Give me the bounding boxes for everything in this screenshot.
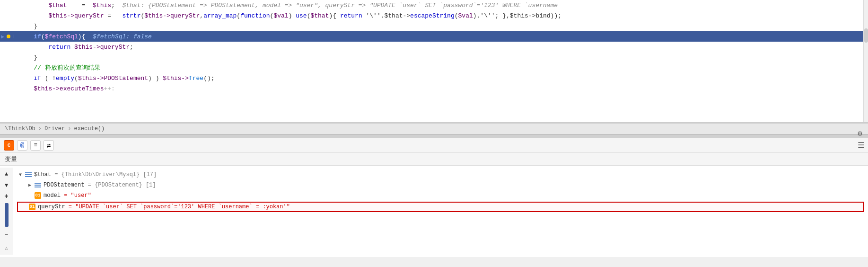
string-icon-inner-model: 01 <box>35 192 41 199</box>
code-line-8: if ( !empty($this->PDOStatement) ) $this… <box>0 73 868 83</box>
breadcrumb-sep-2: › <box>68 125 71 132</box>
list-icon-pdo <box>34 182 42 188</box>
string-icon-querystr: 01 <box>28 204 36 210</box>
variables-panel: 变量 ▲ ▼ + − △ ▼ <box>0 153 868 257</box>
code-line-6: } <box>0 52 868 62</box>
toolbar-btn-list[interactable]: ≡ <box>30 140 41 151</box>
string-icon-model: 01 <box>34 192 42 199</box>
breadcrumb-bar: \Think\Db › Driver › execute() <box>0 123 868 134</box>
panel-content: ▲ ▼ + − △ ▼ $that <box>0 166 868 257</box>
separator-bar <box>0 134 868 138</box>
editor-scrollbar-thumb <box>864 28 868 43</box>
hamburger-menu-icon[interactable]: ☰ <box>858 141 864 150</box>
code-line-1: $that = $this; $that: {PDOStatement => P… <box>0 0 868 10</box>
tree-val-that: = {Think\Db\Driver\Mysql} <box>51 171 140 178</box>
code-editor: $that = $this; $that: {PDOStatement => P… <box>0 0 868 123</box>
editor-scrollbar[interactable] <box>863 0 868 122</box>
tree-val-pdo: = {PDOStatement} <box>84 182 142 188</box>
variables-panel-header: 变量 <box>0 153 868 166</box>
code-line-4: ▶ if($fetchSql){ $fetchSql: false <box>0 31 868 42</box>
debug-toolbar: C @ ≡ ⇌ ☰ <box>0 138 868 153</box>
selected-indicator <box>5 203 9 226</box>
scroll-up-btn[interactable]: ▲ <box>2 169 11 179</box>
tree-item-pdostatement: ▶ PDOStatement = {PDOStatement} [1] <box>17 180 864 190</box>
list-icon-that <box>25 171 32 178</box>
tree-area: ▼ $that = {Think\Db\Driver\Mysql} [17] ▶ <box>13 168 868 255</box>
tree-val-querystr: = "UPDATE `user` SET `password`='123' WH… <box>65 204 290 210</box>
main-wrapper: username $that = $this; $that: {PDOState… <box>0 0 868 267</box>
code-line-2: $this->queryStr = strtr($this->queryStr,… <box>0 10 868 21</box>
toolbar-btn-c[interactable]: C <box>4 140 14 151</box>
code-line-9: $this->executeTimes++: <box>0 83 868 94</box>
variables-label: 变量 <box>5 156 17 163</box>
move-up-btn[interactable]: △ <box>2 243 11 253</box>
scroll-down-btn[interactable]: ▼ <box>2 181 11 190</box>
collapse-btn[interactable]: − <box>2 231 11 240</box>
breadcrumb-part-3: execute() <box>74 125 105 132</box>
line-content-6: } <box>14 54 868 61</box>
tree-label-pdo: PDOStatement <box>44 182 84 188</box>
code-text: $that = $this; $that: {PDOStatement => P… <box>19 2 558 9</box>
line-content-3: } <box>14 23 868 30</box>
breadcrumb-part-1: \Think\Db <box>5 125 35 132</box>
list-icon-inner-pdo <box>35 183 41 187</box>
line-content-2: $this->queryStr = strtr($this->queryStr,… <box>14 12 868 19</box>
code-line-3: } <box>0 21 868 31</box>
toolbar-btn-at[interactable]: @ <box>17 140 27 151</box>
tree-item-model: ▶ 01 model = "user" <box>17 190 864 201</box>
line-content-5: return $this->queryStr; <box>14 44 868 51</box>
panel-top-right-controls: ⚙ <box>858 129 862 138</box>
tree-item-querystr: ▶ 01 queryStr = "UPDATE `user` SET `pass… <box>17 202 864 212</box>
line-content-1: $that = $this; $that: {PDOStatement => P… <box>14 2 868 9</box>
add-btn[interactable]: + <box>2 192 11 201</box>
tree-val-model: = "user" <box>61 192 91 199</box>
toolbar-btn-indent[interactable]: ⇌ <box>44 140 54 151</box>
tree-toggle-pdo[interactable]: ▶ <box>26 182 33 188</box>
tree-label-that: $that <box>34 171 51 178</box>
tree-label-model: model <box>44 192 61 199</box>
line-content-4: if($fetchSql){ $fetchSql: false <box>14 33 868 40</box>
string-icon-inner-querystr: 01 <box>29 204 35 210</box>
list-icon-inner <box>25 172 32 177</box>
tree-count-that: [17] <box>140 171 157 178</box>
tree-count-pdo: [1] <box>142 182 156 188</box>
line-content-7: // 释放前次的查询结果 <box>14 63 868 72</box>
breadcrumb-sep-1: › <box>38 125 42 132</box>
breadcrumb-part-2: Driver <box>44 125 65 132</box>
line-content-9: $this->executeTimes++: <box>14 85 868 92</box>
line-content-8: if ( !empty($this->PDOStatement) ) $this… <box>14 75 868 82</box>
tree-toggle-that[interactable]: ▼ <box>17 171 24 178</box>
code-line-5: return $this->queryStr; <box>0 42 868 52</box>
yellow-dot-marker <box>7 35 10 38</box>
gear-icon[interactable]: ⚙ <box>858 129 862 138</box>
tree-item-that: ▼ $that = {Think\Db\Driver\Mysql} [17] <box>17 169 864 180</box>
panel-left-controls: ▲ ▼ + − △ <box>0 168 13 255</box>
current-line-arrow: ▶ <box>1 31 4 42</box>
code-line-7: // 释放前次的查询结果 <box>0 62 868 73</box>
code-lines: $that = $this; $that: {PDOStatement => P… <box>0 0 868 94</box>
tree-label-querystr: queryStr <box>38 204 65 210</box>
